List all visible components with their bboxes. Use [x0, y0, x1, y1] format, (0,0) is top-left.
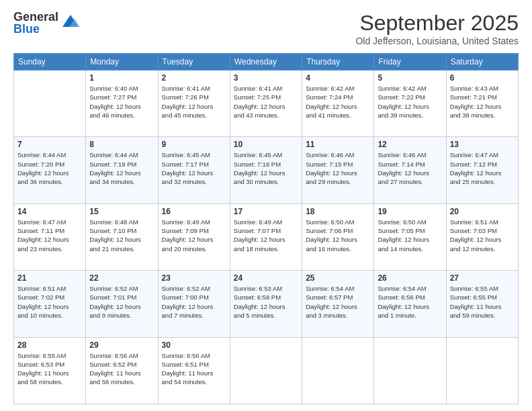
calendar-header: Sunday Monday Tuesday Wednesday Thursday…	[14, 54, 519, 71]
day-cell: 18Sunrise: 6:50 AMSunset: 7:06 PMDayligh…	[302, 203, 374, 270]
day-info: Sunrise: 6:55 AMSunset: 6:53 PMDaylight:…	[17, 351, 82, 387]
day-cell: 1Sunrise: 6:40 AMSunset: 7:27 PMDaylight…	[86, 71, 158, 137]
day-info: Sunrise: 6:49 AMSunset: 7:09 PMDaylight:…	[162, 218, 226, 253]
day-info: Sunrise: 6:56 AMSunset: 6:51 PMDaylight:…	[162, 351, 226, 387]
day-cell: 30Sunrise: 6:56 AMSunset: 6:51 PMDayligh…	[158, 337, 230, 404]
day-info: Sunrise: 6:52 AMSunset: 7:01 PMDaylight:…	[89, 284, 154, 320]
day-number: 24	[234, 273, 298, 283]
day-number: 14	[17, 207, 82, 216]
day-cell: 3Sunrise: 6:41 AMSunset: 7:25 PMDaylight…	[230, 71, 302, 137]
week-row-3: 14Sunrise: 6:47 AMSunset: 7:11 PMDayligh…	[14, 203, 519, 270]
day-cell: 26Sunrise: 6:54 AMSunset: 6:56 PMDayligh…	[374, 271, 446, 337]
day-cell: 29Sunrise: 6:56 AMSunset: 6:52 PMDayligh…	[86, 337, 158, 404]
day-number: 10	[234, 140, 298, 149]
day-cell: 12Sunrise: 6:46 AMSunset: 7:14 PMDayligh…	[374, 137, 446, 203]
day-info: Sunrise: 6:43 AMSunset: 7:21 PMDaylight:…	[450, 84, 515, 120]
day-info: Sunrise: 6:54 AMSunset: 6:57 PMDaylight:…	[306, 284, 370, 320]
day-info: Sunrise: 6:48 AMSunset: 7:10 PMDaylight:…	[89, 218, 154, 253]
calendar-table: Sunday Monday Tuesday Wednesday Thursday…	[13, 53, 519, 404]
col-thursday: Thursday	[302, 54, 374, 71]
day-number: 7	[17, 140, 82, 149]
week-row-4: 21Sunrise: 6:51 AMSunset: 7:02 PMDayligh…	[14, 271, 519, 337]
day-info: Sunrise: 6:47 AMSunset: 7:12 PMDaylight:…	[450, 150, 515, 186]
col-friday: Friday	[374, 54, 446, 71]
day-number: 25	[306, 273, 370, 283]
day-cell: 19Sunrise: 6:50 AMSunset: 7:05 PMDayligh…	[374, 203, 446, 270]
day-cell: 22Sunrise: 6:52 AMSunset: 7:01 PMDayligh…	[86, 271, 158, 337]
day-number: 8	[89, 140, 154, 149]
day-cell: 6Sunrise: 6:43 AMSunset: 7:21 PMDaylight…	[446, 71, 518, 137]
day-cell	[14, 71, 86, 137]
page: General Blue September 2025 Old Jefferso…	[0, 0, 532, 411]
day-info: Sunrise: 6:56 AMSunset: 6:52 PMDaylight:…	[89, 351, 154, 387]
day-number: 30	[162, 340, 226, 350]
day-info: Sunrise: 6:53 AMSunset: 6:58 PMDaylight:…	[234, 284, 298, 320]
day-number: 29	[89, 340, 154, 350]
day-cell: 5Sunrise: 6:42 AMSunset: 7:22 PMDaylight…	[374, 71, 446, 137]
header: General Blue September 2025 Old Jefferso…	[13, 11, 519, 46]
day-info: Sunrise: 6:44 AMSunset: 7:19 PMDaylight:…	[89, 150, 154, 186]
day-cell: 21Sunrise: 6:51 AMSunset: 7:02 PMDayligh…	[14, 271, 86, 337]
logo-general: General	[13, 11, 58, 23]
day-number: 17	[234, 207, 298, 216]
col-monday: Monday	[86, 54, 158, 71]
day-number: 22	[89, 273, 154, 283]
day-cell	[374, 337, 446, 404]
day-cell: 11Sunrise: 6:46 AMSunset: 7:15 PMDayligh…	[302, 137, 374, 203]
day-number: 11	[306, 140, 370, 149]
day-cell: 24Sunrise: 6:53 AMSunset: 6:58 PMDayligh…	[230, 271, 302, 337]
day-info: Sunrise: 6:49 AMSunset: 7:07 PMDaylight:…	[234, 218, 298, 253]
calendar-body: 1Sunrise: 6:40 AMSunset: 7:27 PMDaylight…	[14, 71, 519, 404]
day-cell: 28Sunrise: 6:55 AMSunset: 6:53 PMDayligh…	[14, 337, 86, 404]
day-cell: 17Sunrise: 6:49 AMSunset: 7:07 PMDayligh…	[230, 203, 302, 270]
day-info: Sunrise: 6:51 AMSunset: 7:02 PMDaylight:…	[17, 284, 82, 320]
col-wednesday: Wednesday	[230, 54, 302, 71]
day-cell: 9Sunrise: 6:45 AMSunset: 7:17 PMDaylight…	[158, 137, 230, 203]
day-number: 27	[450, 273, 515, 283]
col-sunday: Sunday	[14, 54, 86, 71]
day-info: Sunrise: 6:55 AMSunset: 6:55 PMDaylight:…	[450, 284, 515, 320]
day-number: 13	[450, 140, 515, 149]
day-number: 18	[306, 207, 370, 216]
week-row-1: 1Sunrise: 6:40 AMSunset: 7:27 PMDaylight…	[14, 71, 519, 137]
day-cell: 2Sunrise: 6:41 AMSunset: 7:26 PMDaylight…	[158, 71, 230, 137]
day-cell: 14Sunrise: 6:47 AMSunset: 7:11 PMDayligh…	[14, 203, 86, 270]
day-info: Sunrise: 6:51 AMSunset: 7:03 PMDaylight:…	[450, 218, 515, 253]
logo-blue: Blue	[13, 23, 58, 35]
day-info: Sunrise: 6:40 AMSunset: 7:27 PMDaylight:…	[89, 84, 154, 120]
day-info: Sunrise: 6:50 AMSunset: 7:05 PMDaylight:…	[378, 218, 442, 253]
day-cell: 10Sunrise: 6:45 AMSunset: 7:16 PMDayligh…	[230, 137, 302, 203]
day-number: 16	[162, 207, 226, 216]
day-info: Sunrise: 6:46 AMSunset: 7:15 PMDaylight:…	[306, 150, 370, 186]
day-info: Sunrise: 6:50 AMSunset: 7:06 PMDaylight:…	[306, 218, 370, 253]
day-number: 5	[378, 73, 442, 83]
day-number: 19	[378, 207, 442, 216]
day-cell: 7Sunrise: 6:44 AMSunset: 7:20 PMDaylight…	[14, 137, 86, 203]
day-cell: 23Sunrise: 6:52 AMSunset: 7:00 PMDayligh…	[158, 271, 230, 337]
day-cell: 27Sunrise: 6:55 AMSunset: 6:55 PMDayligh…	[446, 271, 518, 337]
day-info: Sunrise: 6:41 AMSunset: 7:26 PMDaylight:…	[162, 84, 226, 120]
day-cell: 8Sunrise: 6:44 AMSunset: 7:19 PMDaylight…	[86, 137, 158, 203]
day-info: Sunrise: 6:41 AMSunset: 7:25 PMDaylight:…	[234, 84, 298, 120]
day-number: 26	[378, 273, 442, 283]
day-number: 28	[17, 340, 82, 350]
day-info: Sunrise: 6:47 AMSunset: 7:11 PMDaylight:…	[17, 218, 82, 253]
day-info: Sunrise: 6:45 AMSunset: 7:16 PMDaylight:…	[234, 150, 298, 186]
day-number: 1	[89, 73, 154, 83]
day-number: 4	[306, 73, 370, 83]
day-number: 12	[378, 140, 442, 149]
day-number: 21	[17, 273, 82, 283]
month-title: September 2025	[355, 11, 519, 36]
day-cell	[302, 337, 374, 404]
week-row-2: 7Sunrise: 6:44 AMSunset: 7:20 PMDaylight…	[14, 137, 519, 203]
day-number: 2	[162, 73, 226, 83]
day-cell: 25Sunrise: 6:54 AMSunset: 6:57 PMDayligh…	[302, 271, 374, 337]
col-tuesday: Tuesday	[158, 54, 230, 71]
day-cell: 13Sunrise: 6:47 AMSunset: 7:12 PMDayligh…	[446, 137, 518, 203]
day-cell	[446, 337, 518, 404]
col-saturday: Saturday	[446, 54, 518, 71]
day-info: Sunrise: 6:42 AMSunset: 7:22 PMDaylight:…	[378, 84, 442, 120]
day-cell: 15Sunrise: 6:48 AMSunset: 7:10 PMDayligh…	[86, 203, 158, 270]
day-number: 20	[450, 207, 515, 216]
day-number: 9	[162, 140, 226, 149]
